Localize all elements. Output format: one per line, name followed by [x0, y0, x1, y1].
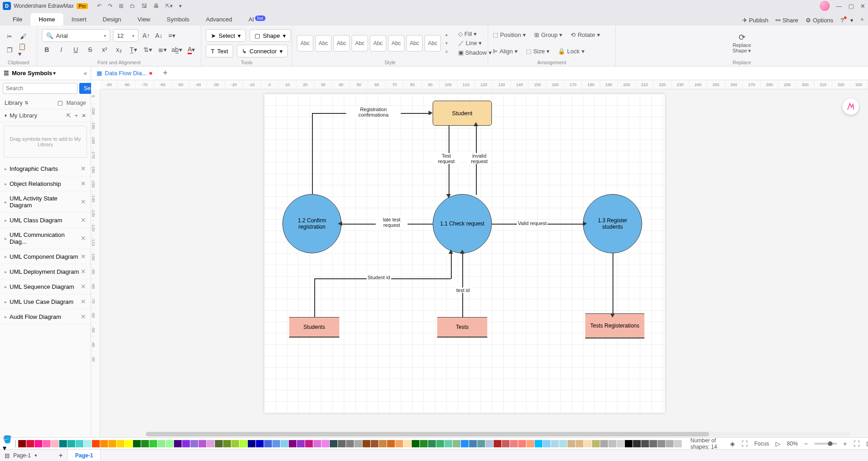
style-preset[interactable]: Abc — [388, 35, 404, 51]
datastore-testsreg[interactable]: Tests Registerations — [585, 313, 644, 338]
color-swatch[interactable] — [305, 440, 313, 447]
color-swatch[interactable] — [674, 440, 682, 447]
menu-symbols[interactable]: Symbols — [158, 13, 198, 26]
close-category-icon[interactable]: ✕ — [81, 165, 86, 172]
layers-icon[interactable]: ◈ — [730, 440, 735, 447]
font-color-icon[interactable]: A▾ — [186, 45, 196, 55]
zoom-slider[interactable] — [814, 443, 837, 445]
color-swatch[interactable] — [436, 440, 444, 447]
group-button[interactable]: ⊞Group▾ — [534, 31, 562, 38]
user-avatar[interactable] — [820, 1, 830, 11]
new-icon[interactable]: ⊞ — [119, 3, 123, 9]
color-swatch[interactable] — [592, 440, 600, 447]
minimize-icon[interactable]: — — [836, 3, 842, 10]
color-swatch[interactable] — [92, 440, 100, 447]
align-button[interactable]: ⊫Align▾ — [493, 48, 518, 55]
color-swatch[interactable] — [240, 440, 247, 447]
color-swatch[interactable] — [43, 440, 51, 447]
color-swatch[interactable] — [26, 440, 34, 447]
strike-icon[interactable]: S — [85, 45, 95, 55]
drawing-page[interactable]: Student 1.2 Confirm registration 1.1 Che… — [264, 94, 665, 413]
decrease-font-icon[interactable]: A↓ — [154, 31, 164, 41]
color-swatch[interactable] — [584, 440, 592, 447]
color-swatch[interactable] — [625, 440, 633, 447]
color-swatch[interactable] — [576, 440, 583, 447]
style-preset[interactable]: Abc — [406, 35, 423, 51]
help-button[interactable]: ?▾ — [841, 17, 853, 24]
text-case-icon[interactable]: T̲▾ — [128, 45, 138, 55]
color-swatch[interactable] — [330, 440, 337, 447]
manage-label[interactable]: Manage — [66, 100, 86, 106]
zoom-out-icon[interactable]: − — [804, 440, 808, 447]
close-category-icon[interactable]: ✕ — [81, 313, 86, 320]
collapse-ribbon-icon[interactable]: ^ — [861, 17, 863, 24]
color-swatch[interactable] — [535, 440, 542, 447]
color-swatch[interactable] — [518, 440, 526, 447]
style-preset[interactable]: Abc — [333, 35, 350, 51]
focus-icon[interactable]: ⛶ — [741, 440, 748, 447]
close-category-icon[interactable]: ✕ — [81, 235, 86, 242]
position-button[interactable]: ⬚Position▾ — [493, 31, 526, 38]
close-category-icon[interactable]: ✕ — [81, 268, 86, 275]
close-lib-icon[interactable]: ✕ — [82, 113, 86, 119]
library-category[interactable]: ▸Infographic Charts✕ — [0, 161, 91, 176]
redo-icon[interactable]: ↷ — [108, 3, 112, 9]
color-swatch[interactable] — [346, 440, 354, 447]
color-swatch[interactable] — [51, 440, 59, 447]
color-swatch[interactable] — [379, 440, 387, 447]
color-swatch[interactable] — [666, 440, 674, 447]
color-swatch[interactable] — [485, 440, 493, 447]
color-swatch[interactable] — [412, 440, 419, 447]
library-category[interactable]: ▸UML Communication Diag...✕ — [0, 228, 91, 249]
format-painter-icon[interactable]: 🖌 — [18, 31, 28, 41]
select-tool[interactable]: ➤Select▾ — [206, 29, 246, 42]
color-swatch[interactable] — [190, 440, 198, 447]
save-icon[interactable]: 🖫 — [142, 3, 147, 9]
menu-ai[interactable]: AIhot — [240, 13, 274, 26]
library-category[interactable]: ▸Object Relationship✕ — [0, 176, 91, 191]
color-swatch[interactable] — [297, 440, 305, 447]
color-swatch[interactable] — [371, 440, 378, 447]
no-fill-swatch[interactable] — [15, 440, 16, 447]
collapse-panel-icon[interactable]: « — [84, 70, 87, 77]
library-category[interactable]: ▸UML Component Diagram✕ — [0, 249, 91, 264]
size-button[interactable]: ⬚Size▾ — [526, 48, 550, 55]
close-icon[interactable]: ✕ — [860, 3, 865, 10]
my-library-header[interactable]: ▾ My Library ⇱ + ✕ — [0, 109, 91, 122]
color-swatch[interactable] — [395, 440, 403, 447]
library-header[interactable]: Library⇅ ▢ Manage — [0, 97, 91, 109]
entity-student[interactable]: Student — [433, 101, 492, 126]
color-swatch[interactable] — [403, 440, 411, 447]
menu-advanced[interactable]: Advanced — [198, 13, 240, 26]
color-swatch[interactable] — [272, 440, 280, 447]
menu-design[interactable]: Design — [95, 13, 129, 26]
connector[interactable] — [451, 253, 452, 279]
color-swatch[interactable] — [100, 440, 108, 447]
shape-tool[interactable]: ▢Shape▾ — [250, 29, 291, 42]
superscript-icon[interactable]: x² — [100, 45, 110, 55]
color-swatch[interactable] — [199, 440, 206, 447]
open-icon[interactable]: 🗀 — [130, 3, 135, 9]
text-tool[interactable]: TText — [206, 45, 233, 57]
color-swatch[interactable] — [543, 440, 551, 447]
close-category-icon[interactable]: ✕ — [81, 198, 86, 205]
close-category-icon[interactable]: ✕ — [81, 298, 86, 305]
color-swatch[interactable] — [387, 440, 395, 447]
library-category[interactable]: ▸UML Activity State Diagram✕ — [0, 191, 91, 213]
library-category[interactable]: ▸UML Deployment Diagram✕ — [0, 264, 91, 279]
more-symbols-header[interactable]: ☰ More Symbols▾ « — [0, 67, 91, 80]
highlight-icon[interactable]: ab̲▾ — [172, 45, 182, 55]
color-swatch[interactable] — [338, 440, 346, 447]
add-page-button[interactable]: + — [59, 451, 63, 460]
datastore-tests[interactable]: Tests — [437, 317, 487, 338]
color-swatch[interactable] — [633, 440, 641, 447]
color-swatch[interactable] — [510, 440, 518, 447]
color-swatch[interactable] — [289, 440, 296, 447]
cut-icon[interactable]: ✂ — [5, 31, 15, 41]
color-swatch[interactable] — [281, 440, 288, 447]
menu-file[interactable]: File — [5, 13, 31, 26]
fullscreen-icon[interactable]: ⊡ — [866, 440, 868, 447]
connector[interactable] — [314, 278, 315, 317]
increase-font-icon[interactable]: A↑ — [141, 31, 151, 41]
page-tab[interactable]: Page-1 — [68, 450, 101, 461]
